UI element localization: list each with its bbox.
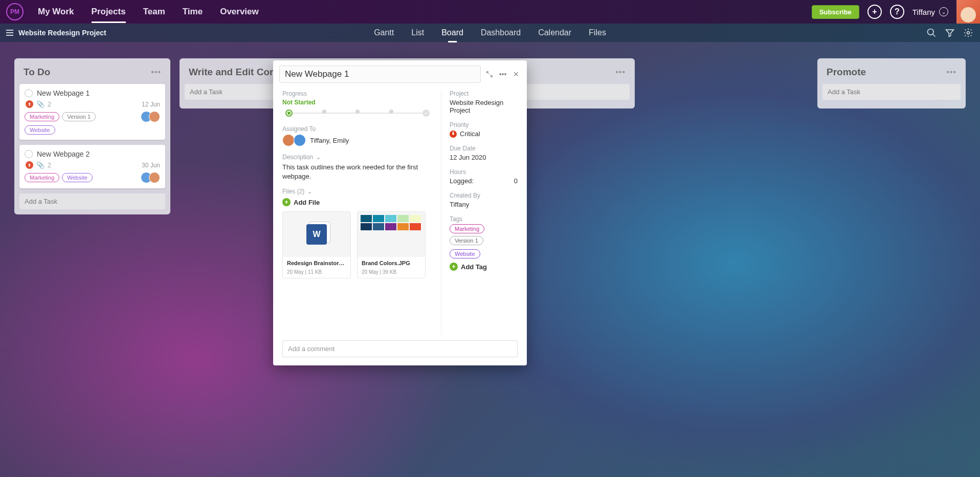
file-name: Redesign Brainstorm ... (287, 260, 346, 266)
add-tag-button[interactable]: + Add Tag (450, 263, 518, 271)
priority-value: Critical (460, 130, 480, 138)
expand-icon[interactable] (485, 70, 494, 79)
view-calendar[interactable]: Calendar (538, 25, 571, 40)
file-thumbnail: W (283, 212, 350, 257)
created-value: Tiffany (450, 201, 518, 208)
top-navbar: PM My Work Projects Team Time Overview S… (0, 0, 980, 24)
svg-line-1 (933, 34, 936, 37)
help-icon[interactable]: ? (890, 5, 904, 19)
file-card[interactable]: Brand Colors.JPG 20 May | 39 KB (357, 211, 426, 278)
priority-label: Priority (450, 121, 518, 128)
view-list[interactable]: List (411, 25, 424, 40)
chevron-down-icon: ⌄ (939, 7, 948, 16)
file-meta: 20 May | 11 KB (287, 269, 346, 275)
nav-overview[interactable]: Overview (220, 2, 259, 22)
assigned-label: Assigned To (282, 125, 433, 133)
plus-icon: + (450, 263, 458, 271)
word-doc-icon: W (306, 224, 327, 245)
tag[interactable]: Version 1 (450, 236, 483, 245)
subscribe-button[interactable]: Subscribe (812, 5, 859, 19)
tag[interactable]: Website (450, 249, 480, 258)
created-label: Created By (450, 192, 518, 199)
view-switcher: Gantt List Board Dashboard Calendar File… (374, 25, 606, 40)
svg-point-2 (967, 32, 970, 34)
user-name: Tiffany (912, 8, 935, 16)
view-dashboard[interactable]: Dashboard (481, 25, 521, 40)
files-label: Files (2) (282, 188, 304, 195)
nav-team[interactable]: Team (143, 2, 165, 22)
file-thumbnail (358, 212, 425, 257)
progress-status: Not Started (282, 99, 433, 106)
add-file-label: Add File (294, 199, 320, 206)
project-name: Website Redesign Project (18, 29, 106, 37)
view-files[interactable]: Files (589, 25, 606, 40)
hours-logged-label: Logged: (450, 177, 474, 185)
add-tag-label: Add Tag (461, 263, 487, 271)
filter-icon[interactable] (944, 27, 955, 38)
file-card[interactable]: W Redesign Brainstorm ... 20 May | 11 KB (282, 211, 351, 278)
main-nav: My Work Projects Team Time Overview (38, 2, 259, 22)
add-icon[interactable]: + (867, 5, 882, 19)
tag[interactable]: Marketing (450, 224, 484, 233)
project-subbar: Website Redesign Project Gantt List Boar… (0, 24, 980, 42)
add-file-button[interactable]: + Add File (282, 198, 433, 206)
close-icon[interactable]: ✕ (511, 70, 521, 79)
more-icon[interactable]: ••• (498, 70, 507, 79)
description-text: This task outlines the work needed for t… (282, 163, 433, 181)
project-label: Project (450, 90, 518, 97)
avatar (282, 134, 295, 146)
chevron-down-icon[interactable]: ⌄ (316, 154, 321, 161)
app-logo[interactable]: PM (6, 3, 24, 20)
task-title-input[interactable] (279, 66, 481, 83)
view-gantt[interactable]: Gantt (374, 25, 394, 40)
priority-critical-icon (450, 131, 457, 138)
nav-projects[interactable]: Projects (92, 2, 126, 22)
due-label: Due Date (450, 145, 518, 152)
due-value: 12 Jun 2020 (450, 154, 518, 161)
assignee-row[interactable]: Tiffany, Emily (282, 134, 433, 146)
nav-time[interactable]: Time (183, 2, 203, 22)
progress-end-icon: ✓ (422, 110, 430, 117)
progress-start-icon (285, 110, 293, 117)
gear-icon[interactable] (963, 27, 974, 38)
avatar (294, 134, 306, 146)
hours-logged-value: 0 (514, 177, 518, 185)
chevron-down-icon[interactable]: ⌄ (307, 188, 312, 195)
hamburger-icon[interactable] (6, 30, 13, 36)
comment-input[interactable]: Add a comment (282, 340, 518, 357)
tags-label: Tags (450, 215, 518, 223)
user-menu[interactable]: Tiffany ⌄ (912, 7, 948, 16)
hours-label: Hours (450, 168, 518, 176)
project-value: Website Redesign Project (450, 99, 518, 114)
svg-point-0 (928, 29, 934, 35)
progress-label: Progress (282, 90, 433, 97)
progress-slider[interactable]: ✓ (282, 108, 433, 118)
plus-icon: + (282, 198, 291, 206)
view-board[interactable]: Board (441, 25, 463, 40)
user-avatar[interactable] (956, 0, 980, 24)
description-label: Description (282, 154, 313, 161)
assignee-names: Tiffany, Emily (310, 137, 349, 144)
file-meta: 20 May | 39 KB (362, 269, 421, 275)
nav-my-work[interactable]: My Work (38, 2, 74, 22)
file-name: Brand Colors.JPG (362, 260, 421, 266)
search-icon[interactable] (926, 27, 937, 38)
task-detail-panel: ••• ✕ Progress Not Started ✓ Assigned To… (273, 60, 527, 365)
